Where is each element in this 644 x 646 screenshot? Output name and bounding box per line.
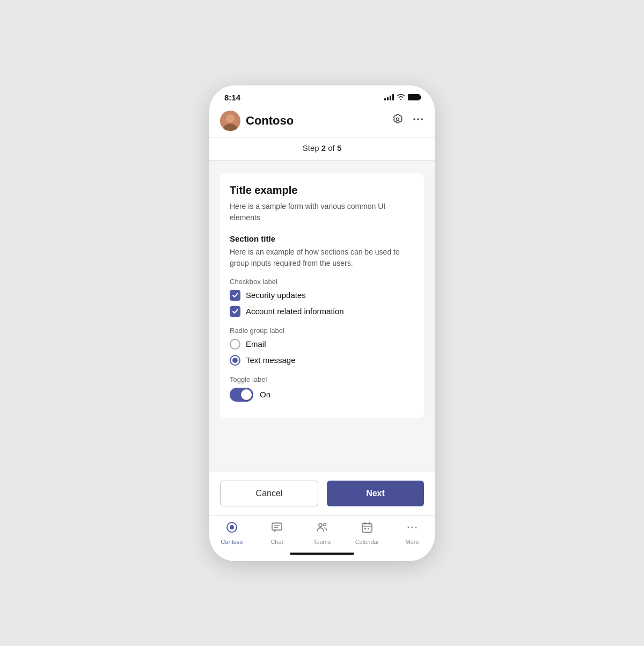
- section-title: Section title: [230, 234, 414, 243]
- form-title: Title example: [230, 184, 414, 197]
- contoso-nav-icon: [225, 521, 238, 537]
- checkbox-item-1[interactable]: Security updates: [230, 290, 414, 301]
- chat-nav-icon: [270, 521, 283, 537]
- radio-email[interactable]: [230, 339, 240, 350]
- radio-email-label: Email: [246, 339, 266, 349]
- nav-label-chat: Chat: [270, 539, 283, 545]
- step-text: Step 2 of 5: [303, 143, 342, 153]
- radio-text-message-label: Text message: [246, 355, 296, 365]
- checkbox-1[interactable]: [230, 290, 240, 301]
- app-title: Contoso: [246, 114, 294, 128]
- svg-point-12: [319, 524, 322, 527]
- toggle-state-label: On: [260, 390, 270, 399]
- form-description: Here is a sample form with various commo…: [230, 201, 414, 223]
- radio-text-message[interactable]: [230, 355, 240, 366]
- more-options-icon[interactable]: [412, 113, 424, 128]
- checkbox-field-label: Checkbox label: [230, 278, 414, 286]
- status-bar: 8:14: [209, 85, 435, 105]
- signal-icon: [384, 94, 394, 100]
- svg-point-20: [408, 526, 409, 528]
- radio-field-label: Radio group label: [230, 326, 414, 335]
- svg-point-4: [413, 118, 415, 120]
- nav-item-more[interactable]: More: [396, 521, 428, 545]
- teams-nav-icon: [316, 521, 328, 537]
- nav-label-calendar: Calendar: [355, 539, 379, 545]
- nav-item-calendar[interactable]: Calendar: [351, 521, 383, 545]
- step-total: 5: [337, 143, 341, 153]
- header-left: Contoso: [220, 111, 294, 131]
- battery-icon: [408, 94, 420, 100]
- wifi-icon: [397, 93, 405, 101]
- next-button[interactable]: Next: [327, 481, 424, 506]
- radio-item-text-message[interactable]: Text message: [230, 355, 414, 366]
- checkbox-2[interactable]: [230, 306, 240, 317]
- status-icons: [384, 93, 420, 101]
- section-description: Here is an example of how sections can b…: [230, 246, 414, 269]
- status-time: 8:14: [224, 93, 240, 102]
- phone-frame: 8:14 Cont: [209, 85, 435, 561]
- bottom-nav: Contoso Chat T: [209, 515, 435, 548]
- radio-text-message-inner: [232, 358, 238, 363]
- svg-rect-9: [272, 523, 282, 530]
- svg-rect-14: [362, 524, 372, 532]
- svg-point-6: [421, 118, 423, 120]
- radio-group: Email Text message: [230, 339, 414, 366]
- step-current: 2: [321, 143, 326, 153]
- more-nav-icon: [406, 521, 419, 537]
- toggle-thumb: [241, 389, 252, 400]
- checkbox-item-2[interactable]: Account related information: [230, 306, 414, 317]
- home-bar: [290, 553, 354, 555]
- header-right: [392, 113, 424, 128]
- avatar: [220, 111, 240, 131]
- action-bar: Cancel Next: [209, 472, 435, 515]
- checkbox-group: Security updates Account related informa…: [230, 290, 414, 317]
- gear-icon[interactable]: [392, 113, 404, 128]
- svg-point-21: [412, 526, 413, 528]
- svg-point-5: [417, 118, 419, 120]
- radio-item-email[interactable]: Email: [230, 339, 414, 350]
- toggle-field-label: Toggle label: [230, 375, 414, 383]
- cancel-button[interactable]: Cancel: [220, 481, 318, 506]
- nav-label-teams: Teams: [313, 539, 331, 545]
- svg-point-3: [397, 118, 399, 121]
- main-content: Title example Here is a sample form with…: [209, 161, 435, 472]
- svg-rect-18: [364, 528, 366, 529]
- checkbox-2-label: Account related information: [246, 307, 344, 316]
- home-indicator: [209, 548, 435, 561]
- toggle-group: On: [230, 388, 414, 402]
- calendar-nav-icon: [361, 521, 374, 537]
- svg-point-22: [415, 526, 417, 528]
- svg-point-8: [230, 525, 234, 529]
- step-indicator: Step 2 of 5: [209, 138, 435, 161]
- nav-label-more: More: [405, 539, 419, 545]
- toggle-track[interactable]: [230, 388, 253, 402]
- svg-point-1: [226, 114, 235, 123]
- checkbox-1-label: Security updates: [246, 291, 306, 300]
- svg-point-13: [324, 523, 326, 526]
- nav-item-teams[interactable]: Teams: [306, 521, 338, 545]
- nav-label-contoso: Contoso: [221, 539, 243, 545]
- form-card: Title example Here is a sample form with…: [220, 173, 424, 418]
- svg-rect-19: [368, 528, 369, 529]
- nav-item-chat[interactable]: Chat: [261, 521, 293, 545]
- nav-item-contoso[interactable]: Contoso: [216, 521, 248, 545]
- app-header: Contoso: [209, 105, 435, 138]
- toggle-item[interactable]: On: [230, 388, 414, 402]
